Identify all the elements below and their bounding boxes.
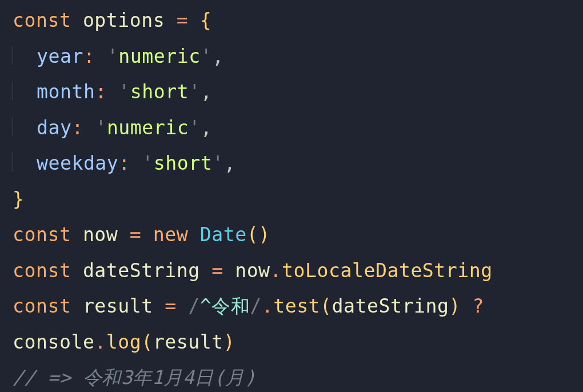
code-token: weekday [37, 152, 118, 174]
code-line: const result = /^令和/.test(dateString) ? [13, 295, 484, 317]
code-line: const dateString = now.toLocaleDateStrin… [13, 259, 493, 282]
code-token: console [13, 331, 94, 353]
code-token [200, 259, 211, 282]
code-token: numeric [107, 117, 189, 139]
code-token: const [13, 223, 71, 246]
code-token: ' [118, 81, 130, 103]
code-token [223, 259, 235, 282]
code-token [95, 45, 106, 67]
code-token: . [94, 331, 106, 353]
code-token: year [37, 45, 83, 67]
code-token: : [95, 81, 106, 103]
code-token: toLocaleDateString [282, 259, 493, 282]
indent-guide [13, 46, 13, 65]
code-token [141, 223, 153, 246]
code-line: console.log(result) [13, 331, 235, 353]
code-line: weekday: 'short', [13, 152, 235, 174]
code-token [118, 223, 129, 246]
code-token: now [83, 223, 118, 246]
code-token: = [211, 259, 223, 282]
code-token: ? [472, 295, 484, 317]
code-token: short [154, 152, 212, 174]
code-token: ' [201, 45, 212, 67]
code-token: { [200, 9, 211, 31]
code-line: day: 'numeric', [13, 117, 212, 139]
code-token: , [201, 81, 212, 103]
code-token: ( [320, 295, 332, 317]
code-token: result [153, 331, 223, 353]
code-token [71, 295, 82, 317]
code-line: month: 'short', [13, 81, 212, 103]
code-token [153, 295, 165, 317]
code-token: = [130, 223, 141, 246]
code-line: const now = new Date() [13, 223, 270, 246]
code-token: const [13, 295, 71, 317]
code-token: ' [142, 152, 153, 174]
code-token: ' [107, 45, 118, 67]
code-token [130, 152, 142, 174]
code-token: } [13, 188, 24, 210]
code-token: result [83, 295, 153, 317]
indent-guide [13, 153, 13, 171]
code-line: // => 令和3年1月4日(月) [13, 366, 256, 389]
code-token [83, 117, 95, 139]
code-token: ^令和 [200, 295, 250, 317]
code-token: , [212, 45, 223, 67]
indent-guide [13, 117, 13, 136]
code-block: const options = { year: 'numeric', month… [13, 9, 493, 389]
code-token: ) [258, 223, 270, 246]
code-token: ' [189, 117, 200, 139]
code-token: ( [247, 223, 258, 246]
code-token: . [270, 259, 282, 282]
code-token: ' [212, 152, 223, 174]
code-token: short [130, 81, 189, 103]
code-token: now [235, 259, 270, 282]
code-token: ) [223, 331, 235, 353]
code-token [107, 81, 118, 103]
code-token [165, 9, 176, 31]
code-token: const [13, 9, 71, 31]
code-token [177, 295, 188, 317]
code-token: : [71, 117, 83, 139]
code-token: ' [189, 81, 200, 103]
code-line: year: 'numeric', [13, 45, 224, 67]
code-token: month [37, 81, 95, 103]
code-token: options [83, 9, 165, 31]
code-token: day [37, 117, 71, 139]
code-token: : [118, 152, 130, 174]
code-token: / [188, 295, 199, 317]
code-token: , [201, 117, 212, 139]
code-token [188, 223, 199, 246]
code-token: ( [141, 331, 153, 353]
code-token: Date [200, 223, 247, 246]
code-line: } [13, 188, 24, 210]
code-token: numeric [118, 45, 200, 67]
code-token [188, 9, 199, 31]
code-token [71, 259, 82, 282]
code-token: ) [449, 295, 460, 317]
code-token: dateString [332, 295, 449, 317]
code-token: = [165, 295, 176, 317]
code-token: dateString [83, 259, 200, 282]
code-line: const options = { [13, 9, 211, 31]
code-token [461, 295, 472, 317]
code-token: const [13, 259, 71, 282]
code-token: / [250, 295, 261, 317]
code-token: ' [95, 117, 106, 139]
code-token: new [153, 223, 188, 246]
code-token [71, 9, 82, 31]
code-token: log [106, 331, 141, 353]
indent-guide [13, 81, 13, 100]
code-token [71, 223, 82, 246]
code-token: , [224, 152, 235, 174]
code-token: = [177, 9, 188, 31]
code-token: test [273, 295, 320, 317]
code-token: // => 令和3年1月4日(月) [13, 366, 256, 389]
code-token: : [83, 45, 95, 67]
code-editor[interactable]: const options = { year: 'numeric', month… [0, 0, 583, 392]
code-token: . [262, 295, 273, 317]
